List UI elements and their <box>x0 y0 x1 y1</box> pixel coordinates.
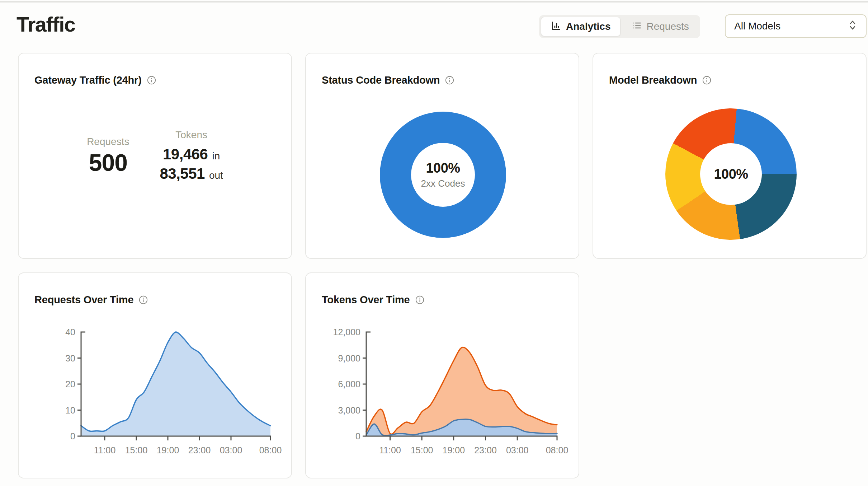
status-donut-percent: 100% <box>426 160 460 176</box>
svg-text:08:00: 08:00 <box>259 445 282 455</box>
gateway-requests-stat: Requests 500 <box>87 136 129 175</box>
tokens-out-row: 83,551 out <box>160 165 223 182</box>
svg-text:12,000: 12,000 <box>333 327 360 337</box>
traffic-dashboard: { "page": {"title": "Traffic"}, "header"… <box>0 0 868 486</box>
gateway-tokens-stat: Tokens 19,466 in 83,551 out <box>160 129 223 182</box>
svg-text:03:00: 03:00 <box>506 445 529 455</box>
model-breakdown-card: Model Breakdown 100% <box>593 53 867 259</box>
svg-text:15:00: 15:00 <box>125 445 148 455</box>
page-title: Traffic <box>16 12 75 36</box>
tokens-in-value: 19,466 <box>163 146 208 163</box>
requests-over-time-card: Requests Over Time 01020304011:0015:0019… <box>18 272 292 478</box>
requests-stat-value: 500 <box>89 150 127 175</box>
svg-text:03:00: 03:00 <box>220 445 242 455</box>
svg-text:23:00: 23:00 <box>188 445 211 455</box>
top-border-line <box>0 1 868 3</box>
status-card-title-text: Status Code Breakdown <box>322 74 440 86</box>
tokens-in-suffix: in <box>212 150 220 162</box>
svg-text:3,000: 3,000 <box>338 405 360 415</box>
tokens-out-suffix: out <box>209 170 223 181</box>
status-code-breakdown-card: Status Code Breakdown 100% 2xx Codes <box>305 53 579 259</box>
status-donut-center: 100% 2xx Codes <box>411 143 475 207</box>
svg-text:10: 10 <box>65 405 75 415</box>
model-card-title-text: Model Breakdown <box>609 74 697 86</box>
tokens-out-value: 83,551 <box>160 165 204 182</box>
svg-text:40: 40 <box>65 327 75 337</box>
model-card-title: Model Breakdown <box>609 74 712 86</box>
svg-text:15:00: 15:00 <box>411 445 433 455</box>
model-breakdown-donut-chart: 100% <box>665 108 797 240</box>
tokens-over-time-card: Tokens Over Time 03,0006,0009,00012,0001… <box>305 272 579 478</box>
svg-text:19:00: 19:00 <box>443 445 465 455</box>
svg-text:30: 30 <box>65 353 75 363</box>
model-filter-select[interactable]: All Models <box>725 14 867 38</box>
view-toggle: Analytics Requests <box>539 15 700 38</box>
tab-analytics-label: Analytics <box>566 21 611 32</box>
header-controls: Analytics Requests All Models <box>0 14 868 39</box>
svg-text:23:00: 23:00 <box>474 445 497 455</box>
tab-requests-label: Requests <box>647 21 689 32</box>
tokens-stat-label: Tokens <box>175 129 207 141</box>
svg-text:08:00: 08:00 <box>546 445 569 455</box>
requests-over-time-chart: 01020304011:0015:0019:0023:0003:0008:00 <box>19 273 293 479</box>
svg-text:0: 0 <box>70 431 75 441</box>
requests-stat-label: Requests <box>87 136 129 148</box>
tokens-over-time-chart: 03,0006,0009,00012,00011:0015:0019:0023:… <box>306 273 580 479</box>
gateway-traffic-card: Gateway Traffic (24hr) Requests 500 Toke… <box>18 53 292 259</box>
model-filter-value: All Models <box>734 20 780 32</box>
svg-text:9,000: 9,000 <box>338 353 360 363</box>
list-icon <box>631 20 642 33</box>
tab-requests[interactable]: Requests <box>622 17 698 36</box>
info-icon[interactable] <box>445 75 454 85</box>
status-code-donut-chart: 100% 2xx Codes <box>380 112 506 238</box>
model-donut-percent: 100% <box>714 167 748 182</box>
select-chevrons-icon <box>848 18 857 35</box>
svg-text:0: 0 <box>355 431 360 441</box>
info-icon[interactable] <box>702 75 712 85</box>
svg-text:19:00: 19:00 <box>157 445 179 455</box>
gateway-stats: Requests 500 Tokens 19,466 in 83,551 out <box>19 53 291 258</box>
status-card-title: Status Code Breakdown <box>322 74 454 86</box>
svg-text:11:00: 11:00 <box>94 445 116 455</box>
tab-analytics[interactable]: Analytics <box>541 17 621 36</box>
bar-chart-icon <box>551 20 561 33</box>
svg-text:6,000: 6,000 <box>338 379 360 389</box>
svg-text:11:00: 11:00 <box>379 445 401 455</box>
status-donut-label: 2xx Codes <box>421 178 465 189</box>
svg-text:20: 20 <box>65 379 75 389</box>
tokens-in-row: 19,466 in <box>163 146 220 163</box>
model-donut-center: 100% <box>700 143 762 205</box>
